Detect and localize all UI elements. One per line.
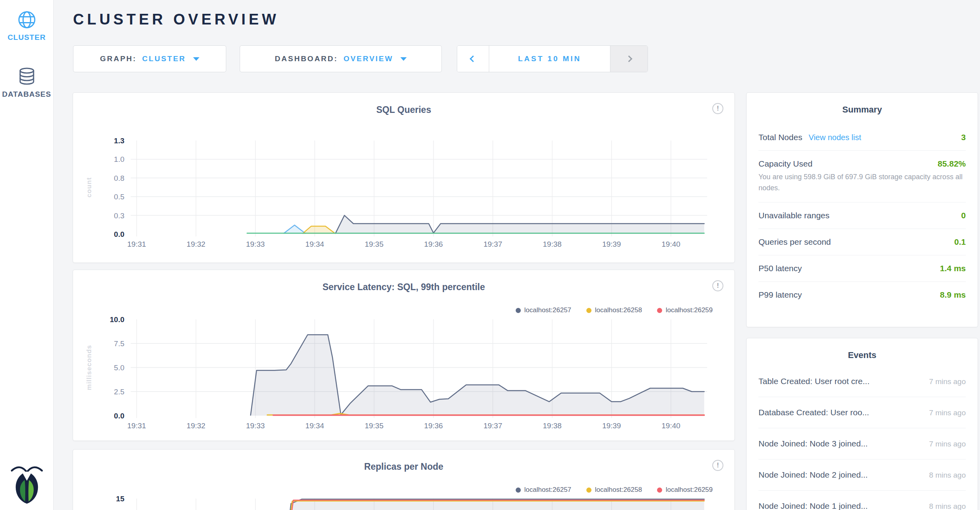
sidebar-item-label: DATABASES (0, 90, 53, 99)
svg-text:19:36: 19:36 (424, 422, 443, 430)
event-text: Node Joined: Node 2 joined... (758, 470, 868, 480)
event-text: Table Created: User root cre... (758, 377, 869, 386)
summary-row-label: P99 latency (758, 290, 802, 300)
info-icon[interactable]: ! (712, 103, 723, 114)
replicas-per-node-chart-card: Replicas per Node ! localhost:26257local… (73, 449, 735, 510)
svg-text:19:38: 19:38 (543, 240, 562, 248)
svg-text:19:31: 19:31 (127, 240, 146, 248)
summary-panel: Summary Total Nodes View nodes list 3 Ca… (746, 92, 978, 327)
databases-icon (17, 67, 36, 86)
sidebar-item-label: CLUSTER (0, 33, 53, 42)
event-row: Node Joined: Node 1 joined... 8 mins ago (758, 491, 966, 510)
svg-text:count: count (85, 177, 93, 197)
graph-dropdown-label: GRAPH: (100, 54, 137, 63)
dashboard-dropdown[interactable]: DASHBOARD: OVERVIEW (240, 45, 442, 72)
timerange-prev-button[interactable] (457, 46, 489, 72)
cluster-overview-page: CLUSTER DATABASES CLUSTER OVERVIEW (0, 0, 980, 510)
svg-text:0.0: 0.0 (114, 230, 124, 238)
svg-text:7.5: 7.5 (114, 339, 124, 348)
service-latency-chart[interactable]: 19:3119:3219:3319:3419:3519:3619:3719:38… (81, 306, 727, 440)
chart-title: SQL Queries (73, 105, 734, 115)
svg-text:19:38: 19:38 (543, 422, 562, 430)
svg-text:19:35: 19:35 (365, 422, 384, 430)
svg-text:19:37: 19:37 (483, 240, 502, 248)
legend-dot-icon (586, 488, 591, 493)
timerange-next-button[interactable] (610, 46, 648, 72)
svg-text:0.8: 0.8 (114, 174, 124, 182)
svg-text:19:40: 19:40 (662, 422, 681, 430)
event-time: 7 mins ago (929, 377, 966, 386)
dashboard-dropdown-label: DASHBOARD: (275, 54, 338, 63)
event-time: 8 mins ago (929, 502, 966, 510)
chart-title: Replicas per Node (73, 461, 734, 472)
summary-row: Total Nodes View nodes list 3 (758, 124, 966, 151)
summary-row-label: Total Nodes (758, 133, 802, 142)
chevron-right-icon (626, 56, 633, 62)
svg-text:19:35: 19:35 (365, 240, 384, 248)
svg-text:0.0: 0.0 (114, 412, 124, 420)
event-row: Node Joined: Node 2 joined... 8 mins ago (758, 459, 966, 491)
chevron-down-icon (193, 57, 199, 61)
event-row: Node Joined: Node 3 joined... 7 mins ago (758, 428, 966, 459)
svg-text:19:34: 19:34 (305, 240, 324, 248)
svg-text:19:34: 19:34 (305, 422, 324, 430)
summary-row: P50 latency 1.4 ms (758, 255, 966, 282)
summary-row: P99 latency 8.9 ms (758, 282, 966, 308)
graph-dropdown-value: CLUSTER (142, 54, 186, 63)
summary-row-value: 3 (961, 133, 966, 142)
dashboard-dropdown-value: OVERVIEW (344, 54, 393, 63)
svg-text:19:36: 19:36 (424, 240, 443, 248)
event-row: Database Created: User roo... 7 mins ago (758, 397, 966, 428)
svg-text:10.0: 10.0 (110, 315, 124, 324)
sidebar: CLUSTER DATABASES (0, 0, 54, 510)
summary-row-label: Queries per second (758, 237, 831, 247)
svg-text:19:37: 19:37 (483, 422, 502, 430)
svg-text:milliseconds: milliseconds (85, 345, 93, 390)
svg-text:19:39: 19:39 (602, 422, 621, 430)
summary-rows: Total Nodes View nodes list 3 Capacity U… (758, 124, 966, 308)
page-title: CLUSTER OVERVIEW (73, 11, 279, 28)
summary-row-label: P50 latency (758, 264, 802, 273)
info-icon[interactable]: ! (712, 280, 723, 291)
summary-row-value: 8.9 ms (940, 290, 966, 300)
svg-text:19:39: 19:39 (602, 240, 621, 248)
events-panel: Events Table Created: User root cre... 7… (746, 338, 978, 510)
sql-queries-chart[interactable]: 19:3119:3219:3319:3419:3519:3619:3719:38… (81, 126, 727, 257)
svg-text:0.5: 0.5 (114, 193, 124, 201)
svg-text:1.3: 1.3 (114, 137, 124, 145)
chevron-down-icon (400, 57, 407, 61)
chart-title: Service Latency: SQL, 99th percentile (73, 282, 734, 292)
timerange-control: LAST 10 MIN (457, 45, 648, 72)
summary-row-label: Unavailable ranges (758, 211, 830, 220)
legend-dot-icon (516, 488, 521, 493)
event-time: 8 mins ago (929, 471, 966, 480)
service-latency-chart-card: Service Latency: SQL, 99th percentile ! … (73, 270, 735, 441)
svg-text:19:33: 19:33 (246, 422, 265, 430)
event-time: 7 mins ago (929, 440, 966, 448)
summary-row-note: You are using 598.9 GiB of 697.9 GiB sto… (758, 172, 966, 194)
replicas-per-node-chart[interactable]: 19:3119:3219:3319:3419:3519:3619:3719:38… (81, 492, 727, 510)
summary-row-value: 1.4 ms (940, 264, 966, 273)
summary-row: Queries per second 0.1 (758, 229, 966, 255)
svg-text:19:40: 19:40 (662, 240, 681, 248)
summary-row: Unavailable ranges 0 (758, 202, 966, 229)
events-title: Events (758, 350, 966, 360)
summary-row-value: 0.1 (954, 237, 966, 247)
info-icon[interactable]: ! (712, 460, 723, 471)
event-time: 7 mins ago (929, 409, 966, 417)
event-text: Database Created: User roo... (758, 408, 869, 417)
graph-dropdown[interactable]: GRAPH: CLUSTER (73, 45, 226, 72)
timerange-value-button[interactable]: LAST 10 MIN (489, 46, 610, 72)
chevron-left-icon (470, 56, 477, 62)
summary-row-link[interactable]: View nodes list (809, 133, 861, 142)
event-text: Node Joined: Node 1 joined... (758, 501, 868, 510)
sidebar-item-cluster[interactable]: CLUSTER (0, 10, 53, 42)
event-row: Table Created: User root cre... 7 mins a… (758, 366, 966, 397)
sidebar-item-databases[interactable]: DATABASES (0, 67, 53, 99)
svg-text:1.0: 1.0 (114, 155, 124, 163)
svg-text:19:32: 19:32 (187, 422, 206, 430)
legend-dot-icon (657, 488, 662, 493)
summary-row-value: 0 (961, 211, 966, 220)
summary-row-label: Capacity Used (758, 159, 813, 169)
svg-text:2.5: 2.5 (114, 388, 124, 396)
